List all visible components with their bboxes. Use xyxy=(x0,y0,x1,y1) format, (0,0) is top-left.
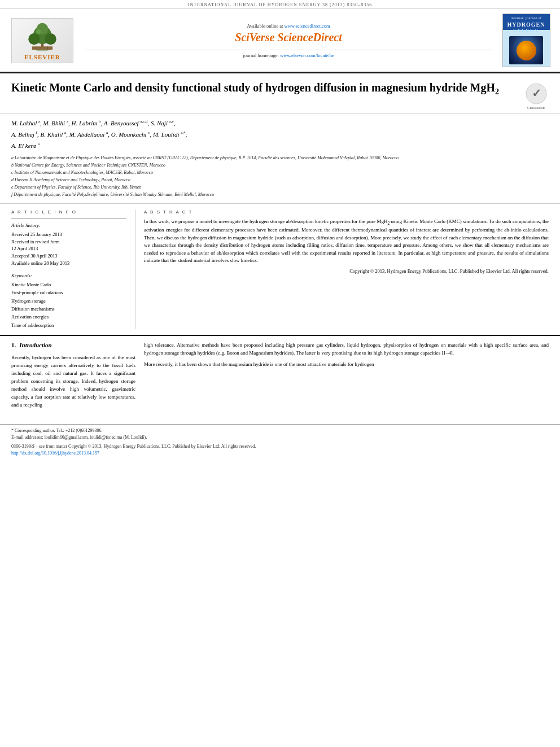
crossmark-badge: ✓ CrossMark xyxy=(523,83,549,108)
journal-homepage-link[interactable]: www.elsevier.com/locate/he xyxy=(280,53,334,58)
footnote-corresponding: * Corresponding author. Tel.: +212 (0)66… xyxy=(11,427,549,434)
elsevier-text: ELSEVIER xyxy=(24,54,60,60)
authors-line1: M. Lakhal a, M. Bhihi a, H. Labrim b, A.… xyxy=(11,118,549,129)
keyword-3: Hydrogen storage xyxy=(11,297,126,305)
affiliations-list: a Laboratoire de Magnétisme et de Physiq… xyxy=(11,155,549,198)
affiliation-d: d Hassan II Academy of Science and Techn… xyxy=(11,177,549,184)
article-info-abstract-section: A R T I C L E I N F O Article history: R… xyxy=(0,204,560,336)
keyword-2: First-principle calculations xyxy=(11,289,126,296)
article-history: Article history: Received 25 January 201… xyxy=(11,222,126,267)
available-online-date: Available online 28 May 2013 xyxy=(11,260,126,267)
page-header: ELSEVIER Available online at www.science… xyxy=(0,9,560,73)
affiliation-f: f Département de physique, Faculté Polyd… xyxy=(11,191,549,198)
authors-line3: A. El kenz a xyxy=(11,141,549,152)
article-info-divider xyxy=(11,218,126,219)
footer-doi: http://dx.doi.org/10.1016/j.ijhydene.201… xyxy=(11,450,549,457)
intro-heading: Introduction xyxy=(19,342,51,348)
keywords-section: Keywords: Kinetic Monte Carlo First-prin… xyxy=(11,273,126,330)
svg-text:✓: ✓ xyxy=(531,87,541,99)
article-info-header: A R T I C L E I N F O xyxy=(11,209,126,215)
footnotes-section: * Corresponding author. Tel.: +212 (0)66… xyxy=(0,424,560,441)
journal-cover-area: internat. journal of HYDROGEN ENERGY xyxy=(498,14,554,67)
crossmark-label: CrossMark xyxy=(527,106,545,110)
journal-header-bar: INTERNATIONAL JOURNAL OF HYDROGEN ENERGY… xyxy=(0,0,560,9)
article-title: Kinetic Monte Carlo and density function… xyxy=(11,80,518,97)
keyword-4: Diffusion mechanisms xyxy=(11,305,126,313)
journal-branding: Available online at www.sciencedirect.co… xyxy=(85,14,492,67)
crossmark-icon: ✓ xyxy=(526,83,547,104)
received-date1: Received 25 January 2013 xyxy=(11,231,126,238)
authors-section: M. Lakhal a, M. Bhihi a, H. Labrim b, A.… xyxy=(0,113,560,204)
keywords-label: Keywords: xyxy=(11,273,126,278)
footnote-email: E-mail addresses: loulidim60@gmail.com, … xyxy=(11,434,549,441)
affiliation-a: a Laboratoire de Magnétisme et de Physiq… xyxy=(11,155,549,161)
journal-cover: internat. journal of HYDROGEN ENERGY xyxy=(502,14,550,67)
footer-bar: 0360-3199/$ – see front matter Copyright… xyxy=(0,441,560,459)
abstract-paragraph: In this work, we propose a model to inve… xyxy=(144,218,549,265)
elsevier-logo: ELSEVIER xyxy=(11,18,73,63)
journal-title: INTERNATIONAL JOURNAL OF HYDROGEN ENERGY… xyxy=(188,2,372,7)
affiliation-b: b National Centre for Energy, Sciences a… xyxy=(11,162,549,169)
svg-rect-7 xyxy=(32,46,53,50)
body-right-column: high tolerance. Alternative methods have… xyxy=(144,342,549,413)
intro-text-left: Recently, hydrogen has been considered a… xyxy=(11,354,135,409)
keyword-6: Time of ad/desorption xyxy=(11,321,126,329)
abstract-text: In this work, we propose a model to inve… xyxy=(144,218,549,274)
doi-link[interactable]: http://dx.doi.org/10.1016/j.ijhydene.201… xyxy=(11,451,99,456)
footer-issn: 0360-3199/$ – see front matter Copyright… xyxy=(11,443,549,450)
section-number: 1. xyxy=(11,342,16,348)
journal-homepage: journal homepage: www.elsevier.com/locat… xyxy=(85,50,492,58)
affiliation-e: e Department of Physics, Faculty of Scie… xyxy=(11,184,549,191)
intro-text-right: high tolerance. Alternative methods have… xyxy=(144,342,549,369)
affiliation-c: c Institute of Nanomaterials and Nanotec… xyxy=(11,169,549,176)
cover-title: internat. journal of HYDROGEN ENERGY xyxy=(508,16,545,34)
keyword-1: Kinetic Monte Carlo xyxy=(11,281,126,289)
history-label: Article history: xyxy=(11,222,126,230)
sciverse-logo: SciVerse ScienceDirect xyxy=(235,31,342,44)
abstract-header: A B S T R A C T xyxy=(144,209,549,215)
article-info-column: A R T I C L E I N F O Article history: R… xyxy=(11,209,135,329)
copyright-text: Copyright © 2013, Hydrogen Energy Public… xyxy=(144,268,549,275)
revised-label: Received in revised form xyxy=(11,238,126,246)
received-date2: 12 April 2013 xyxy=(11,245,126,252)
elsevier-tree-icon xyxy=(20,21,65,53)
svg-point-6 xyxy=(36,29,41,34)
authors-line2: A. Belhaj f, B. Khalil a, M. Abdellaoui … xyxy=(11,129,549,141)
elsevier-logo-area: ELSEVIER xyxy=(6,14,79,67)
available-online-text: Available online at www.sciencedirect.co… xyxy=(247,23,330,29)
body-section: 1. Introduction Recently, hydrogen has b… xyxy=(0,336,560,418)
accepted-date: Accepted 30 April 2013 xyxy=(11,252,126,260)
cover-circle xyxy=(517,41,536,60)
svg-point-3 xyxy=(28,33,40,44)
article-title-container: Kinetic Monte Carlo and density function… xyxy=(11,80,518,97)
svg-point-4 xyxy=(45,33,56,44)
sciencedirect-link[interactable]: www.sciencedirect.com xyxy=(285,23,330,29)
keyword-5: Activation energies xyxy=(11,313,126,321)
abstract-column: A B S T R A C T In this work, we propose… xyxy=(135,209,549,329)
body-left-column: 1. Introduction Recently, hydrogen has b… xyxy=(11,342,135,413)
cover-image xyxy=(509,36,543,64)
article-title-section: Kinetic Monte Carlo and density function… xyxy=(0,73,560,113)
